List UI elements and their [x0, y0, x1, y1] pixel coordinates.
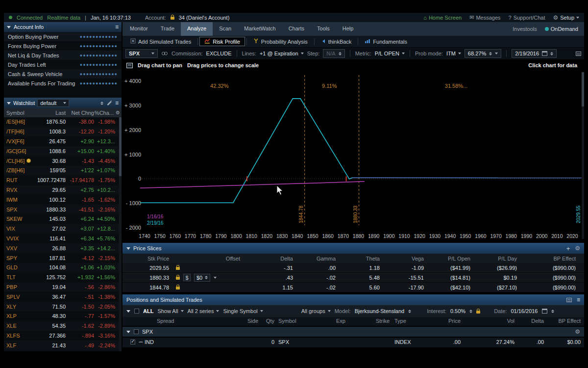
- stepper-icon[interactable]: [339, 52, 342, 55]
- add-slice-icon[interactable]: +: [566, 245, 570, 252]
- collapse-icon[interactable]: [126, 247, 130, 250]
- dollar-toggle[interactable]: $: [183, 274, 191, 281]
- watchlist-row[interactable]: XLY 71.50 -1.50 -2.05%: [4, 302, 122, 312]
- watchlist-row[interactable]: SPLV 36.47 -.51 -1.38%: [4, 292, 122, 302]
- watchlist-row[interactable]: VVIX 116.41 +6.34 +5.76%: [4, 234, 122, 244]
- slices-col-header[interactable]: Theta: [336, 256, 380, 262]
- watchlist-row[interactable]: RVX 29.65 +2.75 +10.2...: [4, 185, 122, 195]
- price-slices-header[interactable]: Price Slices + ⚙: [122, 243, 584, 254]
- watchlist-row[interactable]: /CL[H6] 30.68 -1.43 -4.45%: [4, 156, 122, 166]
- watchlist-row[interactable]: SKEW 145.03 +6.24 +4.50%: [4, 214, 122, 224]
- collapse-icon[interactable]: [7, 26, 11, 28]
- watchlist-row[interactable]: /GC[G6] 1088.6 +15.00 +1.40%: [4, 146, 122, 156]
- group-checkbox[interactable]: [134, 329, 139, 334]
- positions-col-header[interactable]: BP Effect: [537, 318, 581, 324]
- slices-col-header[interactable]: Gamma: [293, 256, 336, 262]
- collapse-icon[interactable]: [126, 310, 130, 313]
- tab-monitor[interactable]: Monitor: [123, 22, 154, 36]
- offset-input[interactable]: $0: [194, 274, 210, 282]
- lock-icon[interactable]: [476, 311, 480, 314]
- collapse-icon[interactable]: [7, 102, 11, 105]
- prob-percent-input[interactable]: 68.27%: [465, 49, 501, 58]
- calendar-icon[interactable]: [542, 309, 547, 314]
- gear-icon[interactable]: ⚙: [116, 110, 120, 115]
- tab-tools[interactable]: Tools: [311, 22, 336, 36]
- positions-col-header[interactable]: Spread: [157, 318, 174, 324]
- single-symbol-selector[interactable]: Single Symbol: [223, 308, 263, 314]
- watchlist-col-header[interactable]: Last: [36, 110, 66, 116]
- positions-col-header[interactable]: Price: [426, 318, 461, 324]
- watchlist-header[interactable]: Watchlist default ≡: [4, 98, 122, 108]
- tab-charts[interactable]: Charts: [282, 22, 311, 36]
- show-all-selector[interactable]: Show All: [157, 308, 183, 314]
- step-input[interactable]: N/A: [323, 49, 344, 58]
- edit-icon[interactable]: [107, 101, 111, 105]
- positions-header[interactable]: Positions and Simulated Trades ≡: [122, 294, 584, 305]
- chart-scrollbar[interactable]: [582, 72, 584, 239]
- stepper-icon[interactable]: [469, 310, 472, 313]
- watchlist-row[interactable]: XLFS 27.366 -.894 -3.16%: [4, 331, 122, 341]
- menu-icon[interactable]: ≡: [115, 24, 119, 30]
- symbol-selector[interactable]: SPX: [125, 49, 158, 58]
- home-screen-button[interactable]: ⌂Home Screen: [423, 15, 462, 21]
- groups-selector[interactable]: All groups: [301, 308, 331, 314]
- stepper-icon[interactable]: [408, 310, 411, 313]
- watchlist-col-header[interactable]: %Cha...: [94, 110, 114, 116]
- expiration-date-input[interactable]: 2/19/2016: [512, 49, 557, 58]
- price-slice-row[interactable]: 1880.33 $ $0 .43-.025.48-15.51($14.81)$0…: [122, 273, 584, 283]
- watchlist-col-header[interactable]: Net Chng: [66, 110, 94, 116]
- prob-mode-selector[interactable]: ITM: [446, 51, 461, 56]
- chart-mode-icon[interactable]: [126, 63, 133, 68]
- tab-trade[interactable]: Trade: [154, 22, 181, 36]
- add-simulated-trades-button[interactable]: Add Simulated Trades: [125, 37, 196, 46]
- watchlist-row[interactable]: XLF 21.43 -.49 -2.24%: [4, 341, 122, 350]
- positions-col-header[interactable]: Strike: [365, 318, 390, 324]
- watchlist-row[interactable]: SPY 187.81 -4.12 -2.15%: [4, 253, 122, 263]
- link-icon[interactable]: [161, 51, 168, 56]
- chevron-down-icon[interactable]: [214, 277, 217, 279]
- positions-col-header[interactable]: Exp: [321, 318, 345, 324]
- lines-selector[interactable]: +1 @ Expiration: [260, 51, 304, 56]
- tab-analyze[interactable]: Analyze: [181, 22, 213, 36]
- watchlist-row[interactable]: GLD 104.08 +1.06 +1.03%: [4, 263, 122, 273]
- watchlist-row[interactable]: TLT 125.752 +1.932 +1.56%: [4, 273, 122, 283]
- watchlist-row[interactable]: IWM 100.12 -1.65 -1.62%: [4, 195, 122, 205]
- watchlist-scrollbar[interactable]: [119, 117, 122, 351]
- lock-icon[interactable]: [176, 267, 180, 270]
- fundamentals-button[interactable]: Fundamentals: [360, 37, 412, 46]
- lock-icon[interactable]: [176, 277, 180, 280]
- watchlist-row[interactable]: XLE 54.35 -1.62 -2.89%: [4, 321, 122, 331]
- watchlist-row[interactable]: PBP 19.04 -.56 -2.86%: [4, 283, 122, 292]
- watchlist-row[interactable]: VXV 26.88 +3.35 +14.2...: [4, 243, 122, 253]
- positions-col-header[interactable]: Vol: [476, 318, 514, 324]
- account-name[interactable]: 34 (Daniel's Account): [179, 15, 230, 21]
- slices-col-header[interactable]: Stk Price: [122, 256, 169, 262]
- positions-col-header[interactable]: Symbol: [278, 318, 296, 324]
- tab-help[interactable]: Help: [336, 22, 360, 36]
- metric-selector[interactable]: P/L OPEN: [375, 51, 405, 56]
- watchlist-row[interactable]: /ES[H6] 1876.50 -38.00 -1.98%: [4, 117, 122, 127]
- menu-icon[interactable]: ≡: [115, 100, 119, 106]
- sort-icon[interactable]: [100, 102, 103, 105]
- chart-canvas[interactable]: + 4000+ 3000+ 2000+ 10000- 1000- 2000174…: [122, 72, 584, 243]
- watchlist-row[interactable]: RUT 1007.72478 -17.94178 -1.75%: [4, 176, 122, 185]
- thinkback-button[interactable]: thinkBack: [316, 37, 357, 46]
- commission-value[interactable]: EXCLUDE: [206, 51, 232, 56]
- watchlist-row[interactable]: XLP 48.30 -.77 -1.57%: [4, 312, 122, 321]
- series-selector[interactable]: All 2 series: [188, 308, 220, 314]
- slices-col-header[interactable]: Offset: [169, 256, 240, 262]
- messages-button[interactable]: ✉Messages: [469, 14, 500, 21]
- price-slice-row[interactable]: 2029.55 -.31.001.18-1.09($41.99)($26.99)…: [122, 263, 584, 273]
- interest-value[interactable]: 0.50%: [450, 308, 466, 314]
- tab-marketwatch[interactable]: MarketWatch: [238, 22, 282, 36]
- date-value[interactable]: 01/16/2016: [511, 308, 538, 314]
- positions-group-row[interactable]: SPX ⚙: [122, 327, 584, 337]
- menu-icon[interactable]: ≡: [577, 297, 580, 303]
- support-chat-button[interactable]: ?Support/Chat: [509, 15, 545, 21]
- stepper-icon[interactable]: [205, 276, 208, 279]
- probability-analysis-button[interactable]: Probability Analysis: [248, 37, 313, 46]
- setup-button[interactable]: ⚙Setup: [553, 15, 579, 21]
- stepper-icon[interactable]: [550, 52, 553, 55]
- investools-link[interactable]: Investools: [513, 26, 537, 32]
- gear-icon[interactable]: ⚙: [575, 329, 580, 335]
